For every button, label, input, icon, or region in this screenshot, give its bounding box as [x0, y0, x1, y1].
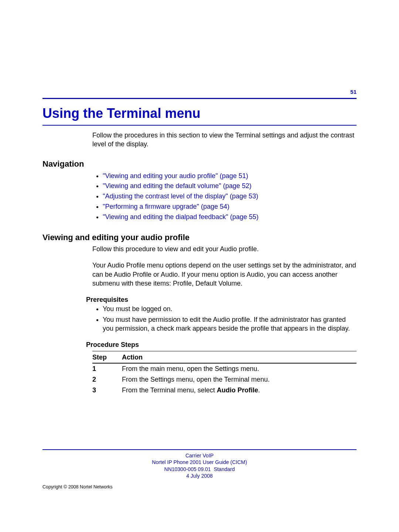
section-paragraph: Your Audio Profile menu options depend o…	[92, 261, 357, 288]
table-header-row: Step Action	[92, 351, 357, 363]
footer-line: 4 July 2008	[42, 473, 357, 479]
copyright-text: Copyright © 2008 Nortel Networks	[42, 484, 357, 490]
table-header-step: Step	[92, 354, 122, 361]
step-number: 2	[92, 376, 122, 383]
procedure-steps-table: Step Action 1 From the main menu, open t…	[92, 351, 357, 396]
navigation-item: "Performing a firmware upgrade" (page 54…	[103, 202, 357, 212]
step-number: 3	[92, 386, 122, 394]
procedure-steps-heading: Procedure Steps	[86, 341, 357, 349]
navigation-link[interactable]: "Performing a firmware upgrade" (page 54…	[103, 203, 229, 210]
page-footer: Carrier VoIP Nortel IP Phone 2001 User G…	[42, 449, 357, 490]
footer-line: Nortel IP Phone 2001 User Guide (CICM)	[42, 459, 357, 466]
prerequisites-list: You must be logged on. You must have per…	[92, 304, 357, 333]
intro-paragraph: Follow the procedures in this section to…	[92, 131, 357, 149]
page-title: Using the Terminal menu	[42, 106, 357, 121]
navigation-heading: Navigation	[42, 159, 357, 169]
section-heading: Viewing and editing your audio profile	[42, 233, 357, 242]
prerequisite-item: You must have permission to edit the Aud…	[103, 315, 357, 333]
navigation-link[interactable]: "Adjusting the contrast level of the dis…	[103, 192, 258, 200]
footer-line: NN10300-005 09.01Standard	[42, 466, 357, 473]
step-action: From the Terminal menu, select Audio Pro…	[122, 386, 357, 394]
table-row: 2 From the Settings menu, open the Termi…	[92, 374, 357, 385]
step-action: From the main menu, open the Settings me…	[122, 365, 357, 373]
footer-rule	[42, 449, 357, 450]
navigation-item: "Viewing and editing the dialpad feedbac…	[103, 212, 357, 222]
navigation-list: "Viewing and editing your audio profile"…	[92, 171, 357, 222]
page-number: 51	[42, 89, 357, 95]
step-action: From the Settings menu, open the Termina…	[122, 376, 357, 383]
navigation-item: "Viewing and editing your audio profile"…	[103, 171, 357, 181]
prerequisite-item: You must be logged on.	[103, 304, 357, 313]
table-row: 1 From the main menu, open the Settings …	[92, 364, 357, 374]
step-number: 1	[92, 365, 122, 373]
footer-line: Carrier VoIP	[42, 452, 357, 459]
rule-top	[42, 98, 357, 99]
rule-under-title	[42, 125, 357, 126]
navigation-link[interactable]: "Viewing and editing the dialpad feedbac…	[103, 213, 259, 221]
footer-lines: Carrier VoIP Nortel IP Phone 2001 User G…	[42, 452, 357, 479]
document-page: 51 Using the Terminal menu Follow the pr…	[0, 0, 399, 396]
navigation-link[interactable]: "Viewing and editing your audio profile"…	[103, 172, 248, 180]
navigation-item: "Viewing and editing the default volume"…	[103, 181, 357, 191]
navigation-item: "Adjusting the contrast level of the dis…	[103, 191, 357, 202]
section-intro: Follow this procedure to view and edit y…	[92, 245, 357, 253]
prerequisites-heading: Prerequisites	[86, 296, 357, 304]
navigation-link[interactable]: "Viewing and editing the default volume"…	[103, 182, 252, 190]
table-row: 3 From the Terminal menu, select Audio P…	[92, 385, 357, 396]
table-header-action: Action	[122, 354, 357, 361]
